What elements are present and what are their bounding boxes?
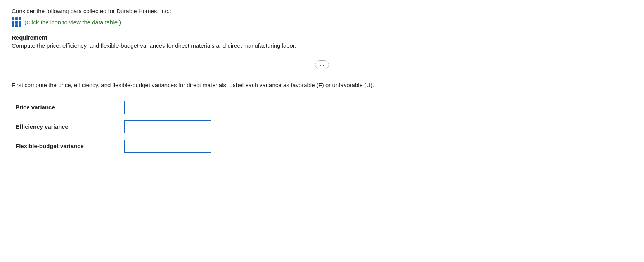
flexible-budget-variance-label: Flexible-budget variance (16, 143, 124, 149)
price-variance-inputs (124, 101, 211, 114)
efficiency-variance-label: Efficiency variance (16, 123, 124, 130)
requirement-body: Compute the price, efficiency, and flexi… (12, 42, 632, 49)
efficiency-variance-inputs (124, 120, 211, 133)
price-variance-row: Price variance (16, 101, 632, 114)
flexible-budget-variance-row: Flexible-budget variance (16, 140, 632, 153)
price-variance-amount-input[interactable] (124, 101, 190, 114)
flexible-budget-variance-inputs (124, 140, 211, 153)
divider-line-right (333, 65, 632, 65)
efficiency-variance-amount-input[interactable] (124, 120, 190, 133)
price-variance-label: Price variance (16, 104, 124, 110)
flexible-budget-variance-amount-input[interactable] (124, 140, 190, 153)
intro-text: Consider the following data collected fo… (12, 8, 632, 14)
efficiency-variance-row: Efficiency variance (16, 120, 632, 133)
divider: ··· (12, 60, 632, 69)
grid-icon (12, 17, 21, 27)
requirement-title: Requirement (12, 34, 632, 41)
efficiency-variance-label-input[interactable] (190, 120, 211, 133)
instruction-text: First compute the price, efficiency, and… (12, 81, 632, 90)
requirement-section: Requirement Compute the price, efficienc… (12, 34, 632, 49)
divider-dots[interactable]: ··· (315, 60, 329, 69)
variance-form: Price variance Efficiency variance Flexi… (16, 101, 632, 153)
price-variance-label-input[interactable] (190, 101, 211, 114)
data-table-link-label: (Click the icon to view the data table.) (24, 19, 121, 26)
divider-line-left (12, 65, 311, 65)
data-table-link[interactable]: (Click the icon to view the data table.) (12, 17, 632, 27)
flexible-budget-variance-label-input[interactable] (190, 140, 211, 153)
